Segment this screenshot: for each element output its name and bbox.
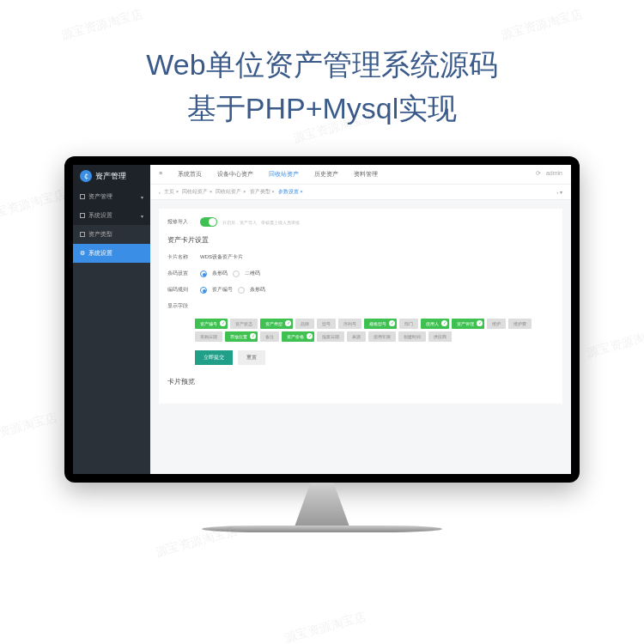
list-icon [80,232,85,237]
field-tag[interactable]: 维护费 [508,319,532,329]
sidebar-item-asset-type[interactable]: 资产类型 [73,225,150,244]
hero: Web单位资产管理系统源码 基于PHP+Mysql实现 [0,0,644,156]
logo: ₵ 资产管理 [73,165,150,187]
crumb-forward[interactable]: › ▾ [556,189,562,195]
menu-toggle[interactable]: ≡ [159,170,162,179]
field-tag[interactable]: 维护 [487,319,506,329]
crumb[interactable]: 资产类型 × [250,188,275,196]
field-tag[interactable]: 创建时间 [398,331,426,342]
radio-asset-num-label: 资产编号 [212,286,233,294]
sidebar-item-label: 系统设置 [88,211,112,220]
section-title: 资产卡片设置 [167,235,554,245]
preview-title: 卡片预览 [167,377,554,386]
crumb[interactable]: 回收站资产 × [216,188,246,196]
monitor-stand [283,483,361,526]
field-tag[interactable]: 使用年限 [368,331,396,342]
card-name-label: 卡片名称 [167,253,195,261]
field-tag[interactable]: 型号 [317,319,336,329]
menu-icon [80,213,85,218]
tab-docs[interactable]: 资料管理 [354,170,378,179]
hero-line1: Web单位资产管理系统源码 [0,43,644,87]
radio-qrcode[interactable] [233,270,240,277]
field-tag[interactable]: 部门 [399,319,418,329]
card-name-value: WDS设备资产卡片 [200,253,243,261]
watermark: 源宝资源淘宝店 [283,610,368,644]
crumb-back[interactable]: ‹ [159,190,161,195]
watermark: 源宝资源淘宝店 [0,410,59,447]
radio-barcode-label: 条形码 [212,270,228,277]
monitor-base [202,526,442,532]
sidebar-item-assets[interactable]: 资产管理 ▾ [73,187,150,206]
tab-device[interactable]: 设备中心资产 [217,170,253,179]
field-tag[interactable]: 采购日期 [195,331,222,342]
main-area: ≡ 系统首页 设备中心资产 回收站资产 历史资产 资料管理 ⟳ admin ‹ … [150,165,571,474]
topbar: ≡ 系统首页 设备中心资产 回收站资产 历史资产 资料管理 ⟳ admin [150,165,571,185]
tab-home[interactable]: 系统首页 [178,170,202,179]
hero-line2: 基于PHP+Mysql实现 [0,87,644,131]
logo-icon: ₵ [80,170,92,182]
sidebar-item-label: 资产类型 [88,230,112,239]
radio-qrcode-label: 二维码 [245,270,260,277]
user-label[interactable]: admin [546,170,562,179]
num-label: 编码规则 [167,286,195,294]
crumb-active[interactable]: 参数设置 × [278,188,303,196]
menu-icon [80,194,85,199]
reset-button[interactable]: 重置 [238,350,265,365]
tab-recycle[interactable]: 回收站资产 [269,170,299,179]
watermark: 源宝资源淘宝店 [585,325,644,361]
approver-toggle[interactable] [200,217,217,227]
field-tag[interactable]: 供应商 [428,331,452,342]
approver-hint: 开启后，资产导入、审核需上级人员审批 [222,220,300,225]
radio-asset-num[interactable] [200,287,207,294]
sidebar-item-settings[interactable]: ⚙ 系统设置 [73,244,150,263]
fields-label: 显示字段 [167,302,195,310]
radio-barcode-num[interactable] [238,287,245,294]
chevron-down-icon: ▾ [141,213,143,219]
field-tag[interactable]: 序列号 [338,319,361,329]
submit-button[interactable]: 立即提交 [195,350,233,365]
field-tag[interactable]: 资产编号 [195,319,228,329]
refresh-icon[interactable]: ⟳ [536,170,541,179]
field-tag[interactable]: 品牌 [295,319,314,329]
watermark: 源宝资源淘宝店 [0,187,68,224]
field-tag[interactable]: 备注 [260,331,279,342]
tab-history[interactable]: 历史资产 [314,170,338,179]
radio-barcode[interactable] [200,270,207,277]
sidebar-item-label: 系统设置 [88,249,112,258]
code-label: 条码设置 [167,270,195,277]
approver-label: 报修导入 [167,218,195,226]
field-tag[interactable]: 报废日期 [317,331,344,342]
field-tag[interactable]: 资产状态 [230,319,258,329]
field-tag[interactable]: 使用人 [421,319,449,329]
breadcrumb: ‹ 主页 × 回收站资产 × 回收站资产 × 资产类型 × 参数设置 × › ▾ [150,185,571,200]
field-tag[interactable]: 资产价格 [282,331,314,342]
field-tag[interactable]: 资产类型 [260,319,293,329]
crumb[interactable]: 主页 × [164,188,179,196]
sidebar-item-system[interactable]: 系统设置 ▾ [73,206,150,225]
chevron-down-icon: ▾ [141,194,143,200]
field-tag[interactable]: 来源 [347,331,366,342]
settings-panel: 报修导入 开启后，资产导入、审核需上级人员审批 资产卡片设置 卡片名称 WDS设… [159,209,562,404]
logo-text: 资产管理 [95,171,126,182]
field-tag[interactable]: 存放位置 [225,331,258,342]
sidebar: ₵ 资产管理 资产管理 ▾ 系统设置 ▾ 资产类型 [73,165,150,474]
sidebar-item-label: 资产管理 [88,192,112,201]
field-tag[interactable]: 资产管理 [452,319,484,329]
gear-icon: ⚙ [80,250,85,257]
field-tags: 资产编号资产状态资产类型品牌型号序列号规格型号部门使用人资产管理维护维护费采购日… [195,319,554,342]
crumb[interactable]: 回收站资产 × [182,188,212,196]
monitor-mockup: ₵ 资产管理 资产管理 ▾ 系统设置 ▾ 资产类型 [64,156,580,532]
field-tag[interactable]: 规格型号 [364,319,397,329]
radio-barcode-num-label: 条形码 [250,286,265,294]
